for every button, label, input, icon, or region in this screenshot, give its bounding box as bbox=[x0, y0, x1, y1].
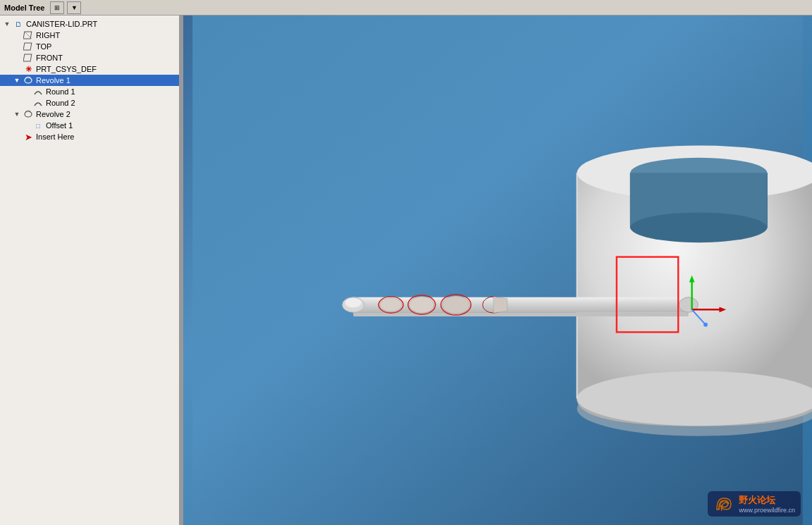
tree-label-round1: Round 1 bbox=[46, 87, 75, 96]
revolve-icon-1 bbox=[23, 75, 34, 85]
expand-revolve2[interactable]: ▼ bbox=[13, 110, 21, 118]
expand-canister-lid[interactable]: ▼ bbox=[3, 20, 11, 28]
svg-marker-0 bbox=[23, 32, 32, 39]
no-expand-front bbox=[13, 54, 21, 62]
svg-rect-13 bbox=[353, 312, 689, 316]
round-icon-1 bbox=[32, 87, 44, 97]
tree-item-revolve2[interactable]: ▼ Revolve 2 bbox=[0, 109, 182, 120]
svg-point-15 bbox=[345, 298, 362, 308]
resize-handle[interactable] bbox=[179, 16, 182, 525]
no-expand-round1 bbox=[23, 87, 31, 96]
plane-icon-top bbox=[23, 42, 34, 51]
no-expand-round2 bbox=[23, 99, 31, 107]
watermark-text: 野火论坛 www.proewildfire.cn bbox=[739, 494, 795, 514]
svg-marker-3 bbox=[23, 54, 32, 61]
insert-here-icon: ➤ bbox=[23, 132, 34, 142]
svg-marker-2 bbox=[23, 43, 32, 50]
tree-item-csys[interactable]: ✳ PRT_CSYS_DEF bbox=[0, 63, 182, 75]
no-expand-right bbox=[13, 31, 21, 39]
tree-item-front[interactable]: FRONT bbox=[0, 52, 182, 63]
plane-icon-right bbox=[23, 30, 34, 40]
svg-point-30 bbox=[703, 323, 708, 327]
watermark-logo bbox=[713, 495, 734, 512]
tree-label-revolve2: Revolve 2 bbox=[36, 110, 70, 118]
title-bar: Model Tree ⊞ ▼ bbox=[0, 0, 812, 16]
tree-label-revolve1: Revolve 1 bbox=[36, 76, 70, 85]
part-icon: 🗋 bbox=[13, 19, 24, 29]
svg-point-11 bbox=[630, 212, 767, 242]
tree-label-canister-lid: CANISTER-LID.PRT bbox=[26, 20, 97, 28]
svg-point-20 bbox=[410, 297, 434, 313]
svg-point-22 bbox=[442, 296, 469, 314]
tree-item-round2[interactable]: Round 2 bbox=[0, 97, 182, 109]
tree-item-top[interactable]: TOP bbox=[0, 41, 182, 52]
revolve-icon-2 bbox=[23, 109, 34, 119]
watermark-site-name: 野火论坛 bbox=[739, 494, 795, 507]
tree-content: ▼ 🗋 CANISTER-LID.PRT RIGHT TO bbox=[0, 16, 182, 525]
tree-item-insert-here[interactable]: ➤ Insert Here bbox=[0, 131, 182, 142]
tree-label-round2: Round 2 bbox=[46, 99, 75, 107]
tree-label-insert-here: Insert Here bbox=[36, 132, 74, 141]
title-bar-icons: ⊞ ▼ bbox=[50, 1, 81, 14]
tree-label-front: FRONT bbox=[36, 54, 63, 62]
no-expand-top bbox=[13, 42, 21, 51]
offset-icon-1: □ bbox=[32, 121, 44, 130]
svg-point-18 bbox=[380, 298, 402, 311]
model-tree-panel: ▼ 🗋 CANISTER-LID.PRT RIGHT TO bbox=[0, 16, 183, 525]
tree-options-button[interactable]: ▼ bbox=[67, 1, 81, 14]
title-bar-text: Model Tree bbox=[4, 4, 44, 12]
viewport[interactable]: 野火论坛 www.proewildfire.cn bbox=[183, 16, 812, 525]
csys-icon: ✳ bbox=[23, 64, 34, 74]
tree-label-offset1: Offset 1 bbox=[46, 121, 73, 130]
tree-item-right[interactable]: RIGHT bbox=[0, 30, 182, 41]
no-expand-offset1 bbox=[23, 121, 31, 130]
no-expand-insert bbox=[13, 132, 21, 141]
plane-icon-front bbox=[23, 53, 34, 63]
main-layout: ▼ 🗋 CANISTER-LID.PRT RIGHT TO bbox=[0, 16, 812, 525]
tree-label-top: TOP bbox=[36, 42, 51, 51]
tree-item-revolve1[interactable]: ▼ Revolve 1 bbox=[0, 75, 182, 86]
tree-label-right: RIGHT bbox=[36, 31, 60, 39]
svg-point-8 bbox=[577, 371, 812, 426]
round-icon-2 bbox=[32, 98, 44, 108]
expand-revolve1[interactable]: ▼ bbox=[13, 76, 21, 85]
tree-item-canister-lid[interactable]: ▼ 🗋 CANISTER-LID.PRT bbox=[0, 18, 182, 30]
tree-settings-button[interactable]: ⊞ bbox=[50, 1, 64, 14]
model-scene bbox=[183, 16, 812, 525]
tree-item-offset1[interactable]: □ Offset 1 bbox=[0, 120, 182, 131]
no-expand-csys bbox=[13, 65, 21, 73]
watermark: 野火论坛 www.proewildfire.cn bbox=[708, 491, 801, 517]
watermark-url: www.proewildfire.cn bbox=[739, 507, 795, 514]
tree-item-round1[interactable]: Round 1 bbox=[0, 86, 182, 97]
tree-label-csys: PRT_CSYS_DEF bbox=[36, 65, 97, 73]
